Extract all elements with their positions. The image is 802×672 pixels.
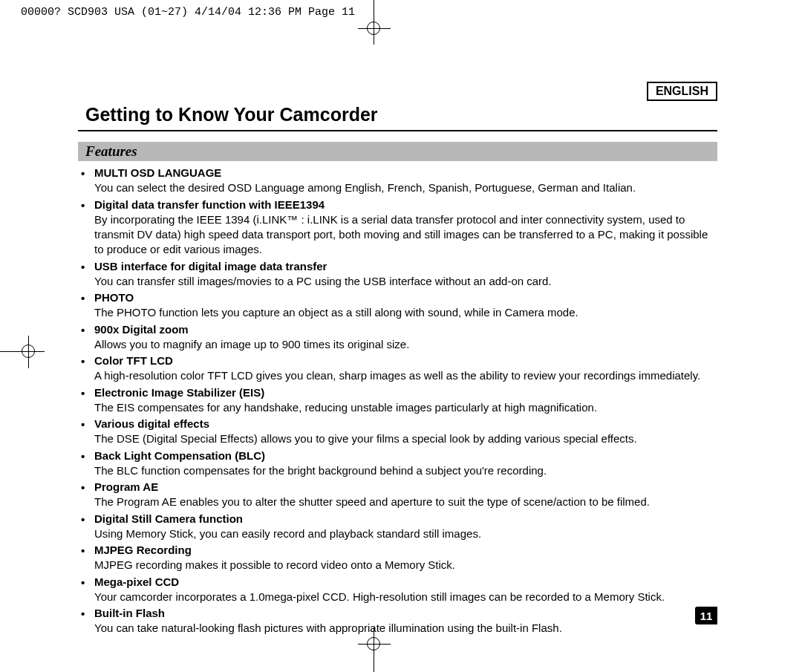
feature-item: Color TFT LCDA high-resolution color TFT… xyxy=(94,353,717,384)
feature-item: Electronic Image Stabilizer (EIS)The EIS… xyxy=(94,385,717,416)
feature-body: You can select the desired OSD Language … xyxy=(94,180,717,195)
feature-body: The DSE (Digital Special Effects) allows… xyxy=(94,431,717,446)
feature-title: PHOTO xyxy=(94,290,717,305)
section-subtitle: Features xyxy=(78,142,717,161)
feature-body: Using Memory Stick, you can easily recor… xyxy=(94,526,717,541)
feature-body: The PHOTO function lets you capture an o… xyxy=(94,305,717,320)
feature-title: Various digital effects xyxy=(94,417,717,431)
crop-mark-top xyxy=(358,0,391,45)
feature-title: Mega-pixel CCD xyxy=(94,575,717,590)
feature-item: Digital Still Camera functionUsing Memor… xyxy=(94,512,717,542)
page-number-tab: 11 xyxy=(695,607,717,624)
feature-title: 900x Digital zoom xyxy=(94,322,717,337)
feature-body: Your camcorder incorporates a 1.0mega-pi… xyxy=(94,590,717,604)
features-list: MULTI OSD LANGUAGEYou can select the des… xyxy=(78,166,717,636)
feature-body: You can take natural-looking flash pictu… xyxy=(94,621,717,636)
feature-item: MJPEG RecordingMJPEG recording makes it … xyxy=(94,543,717,573)
feature-item: Mega-pixel CCDYour camcorder incorporate… xyxy=(94,575,717,605)
crop-mark-left xyxy=(0,336,45,368)
feature-title: Built-in Flash xyxy=(94,606,717,621)
feature-body: By incorporating the IEEE 1394 (i.LINK™ … xyxy=(94,212,717,258)
feature-title: Electronic Image Stabilizer (EIS) xyxy=(94,385,717,400)
feature-item: PHOTOThe PHOTO function lets you capture… xyxy=(94,290,717,321)
feature-body: The BLC function compensates for the bri… xyxy=(94,463,717,478)
feature-item: Built-in FlashYou can take natural-looki… xyxy=(94,606,717,636)
feature-body: The Program AE enables you to alter the … xyxy=(94,495,717,509)
feature-title: MULTI OSD LANGUAGE xyxy=(94,166,717,180)
feature-item: MULTI OSD LANGUAGEYou can select the des… xyxy=(94,166,717,196)
imposition-header: 00000? SCD903 USA (01~27) 4/14/04 12:36 … xyxy=(21,6,355,19)
feature-body: MJPEG recording makes it possible to rec… xyxy=(94,558,717,572)
feature-item: Various digital effectsThe DSE (Digital … xyxy=(94,417,717,447)
feature-body: You can transfer still images/movies to … xyxy=(94,274,717,289)
feature-title: Digital Still Camera function xyxy=(94,512,717,526)
feature-title: Back Light Compensation (BLC) xyxy=(94,448,717,463)
feature-title: Color TFT LCD xyxy=(94,353,717,368)
feature-body: A high-resolution color TFT LCD gives yo… xyxy=(94,368,717,383)
feature-item: 900x Digital zoomAllows you to magnify a… xyxy=(94,322,717,353)
feature-title: MJPEG Recording xyxy=(94,543,717,558)
feature-body: The EIS compensates for any handshake, r… xyxy=(94,400,717,415)
feature-item: Back Light Compensation (BLC)The BLC fun… xyxy=(94,448,717,479)
feature-item: Digital data transfer function with IEEE… xyxy=(94,198,717,258)
feature-title: USB interface for digital image data tra… xyxy=(94,259,717,274)
language-badge: ENGLISH xyxy=(647,82,717,101)
feature-body: Allows you to magnify an image up to 900… xyxy=(94,337,717,352)
feature-item: USB interface for digital image data tra… xyxy=(94,259,717,290)
feature-title: Digital data transfer function with IEEE… xyxy=(94,198,717,212)
feature-title: Program AE xyxy=(94,480,717,495)
page-title: Getting to Know Your Camcorder xyxy=(78,104,717,131)
feature-item: Program AEThe Program AE enables you to … xyxy=(94,480,717,510)
content-area: Getting to Know Your Camcorder Features … xyxy=(78,104,717,638)
